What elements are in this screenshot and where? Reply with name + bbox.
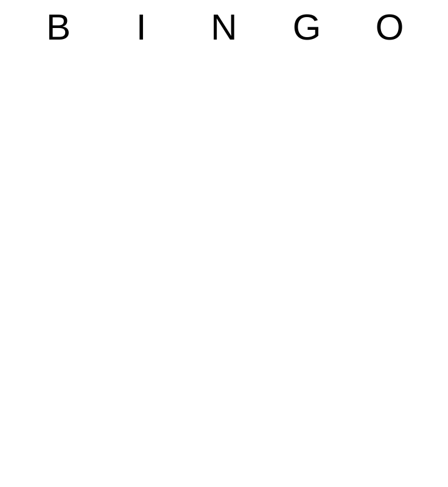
header-letter-i: I — [102, 6, 181, 48]
header-letter-o: O — [350, 6, 429, 48]
header-letter-n: N — [184, 6, 264, 48]
header-letter-g: G — [267, 6, 346, 48]
header-letter-b: B — [19, 6, 98, 48]
bingo-header: B I N G O — [17, 0, 431, 51]
